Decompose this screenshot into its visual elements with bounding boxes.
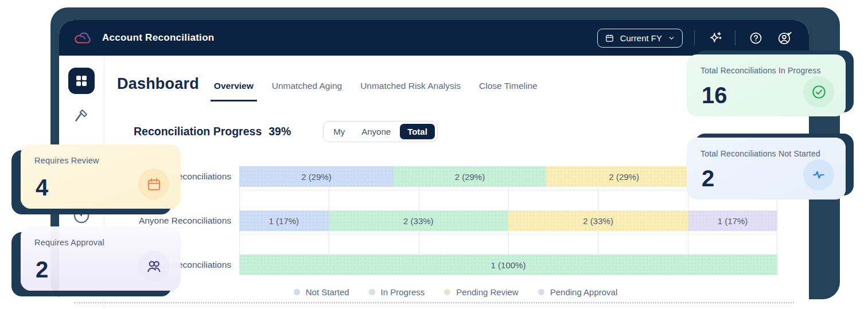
progress-percent: 39%: [268, 125, 291, 138]
chart-row-anyone: Anyone Reconciliations 1 (17%) 2 (33%) 2…: [134, 207, 777, 251]
progress-title: Reconciliation Progress39%: [134, 125, 291, 138]
chart-row-my: My Reconciliations 2 (29%) 2 (29%) 2 (29…: [134, 163, 777, 207]
toggle-option-total[interactable]: Total: [400, 124, 435, 139]
toggle-option-anyone[interactable]: Anyone: [354, 124, 398, 139]
sidebar-item-dashboard[interactable]: [68, 68, 95, 94]
chart-row-total: Total Reconciliations 1 (100%): [134, 251, 777, 295]
check-circle-icon: [803, 76, 834, 107]
account-verified-icon[interactable]: [776, 29, 793, 46]
segment-pending-review[interactable]: 2 (33%): [508, 210, 688, 231]
segment-pending-approval[interactable]: 1 (17%): [688, 210, 777, 231]
tab-close-timeline[interactable]: Close Timeline: [479, 81, 538, 93]
segment-not-started[interactable]: 1 (17%): [239, 210, 329, 231]
kpi-label: Total Reconciliations Not Started: [700, 149, 832, 158]
kpi-card-total-in-progress[interactable]: Total Reconciliations In Progress 16: [687, 54, 846, 116]
kpi-label: Requires Approval: [34, 238, 167, 247]
segment-not-started[interactable]: 2 (29%): [239, 166, 394, 187]
tab-unmatched-aging[interactable]: Unmatched Aging: [272, 81, 342, 93]
bar-track: 1 (100%): [239, 255, 777, 275]
chevron-down-icon: [668, 34, 675, 42]
ai-sparkle-icon[interactable]: [706, 29, 723, 46]
kpi-card-requires-review[interactable]: Requires Review 4: [21, 144, 181, 209]
page-title: Dashboard: [117, 75, 199, 93]
kpi-value: 4: [36, 175, 48, 201]
scope-toggle: My Anyone Total: [323, 121, 438, 142]
screen: Account Reconciliation Current FY: [0, 0, 868, 309]
activity-icon: [803, 159, 834, 190]
tab-unmatched-risk-analysis[interactable]: Unmatched Risk Analysis: [360, 81, 461, 93]
segment-in-progress[interactable]: 2 (33%): [329, 210, 508, 231]
segment-pending-review[interactable]: 2 (29%): [546, 166, 702, 187]
header-actions: Current FY: [597, 29, 793, 48]
reconciliation-progress-chart: My Reconciliations 2 (29%) 2 (29%) 2 (29…: [134, 163, 777, 295]
bar-track: 1 (17%) 2 (33%) 2 (33%) 1 (17%): [239, 210, 777, 231]
toggle-option-my[interactable]: My: [326, 124, 352, 139]
help-icon[interactable]: [747, 29, 764, 46]
kpi-label: Total Reconciliations In Progress: [700, 66, 832, 75]
progress-row: Reconciliation Progress39% My Anyone Tot…: [134, 121, 438, 142]
sidebar-item-reports[interactable]: [72, 206, 91, 225]
calendar-icon: [138, 169, 169, 200]
fiscal-year-label: Current FY: [620, 33, 662, 43]
kpi-value: 2: [702, 166, 714, 191]
dashboard-head: Dashboard Overview Unmatched Aging Unmat…: [117, 75, 538, 93]
app-title: Account Reconciliation: [102, 32, 215, 44]
segment-in-progress[interactable]: 1 (100%): [239, 255, 777, 275]
kpi-value: 16: [702, 83, 727, 108]
kpi-value: 2: [36, 257, 48, 283]
segment-in-progress[interactable]: 2 (29%): [394, 166, 546, 187]
progress-title-text: Reconciliation Progress: [134, 125, 262, 138]
dotted-divider: [74, 302, 794, 303]
tab-overview[interactable]: Overview: [214, 81, 254, 93]
kpi-label: Requires Review: [34, 156, 167, 165]
people-icon: [138, 251, 169, 281]
pie-chart-icon: [72, 206, 91, 225]
fiscal-year-dropdown[interactable]: Current FY: [597, 29, 683, 48]
kpi-card-requires-approval[interactable]: Requires Approval 2: [21, 226, 181, 291]
kpi-card-total-not-started[interactable]: Total Reconciliations Not Started 2: [687, 138, 846, 200]
dashboard-grid-icon: [76, 75, 87, 87]
calendar-icon: [605, 33, 614, 43]
tab-bar: Overview Unmatched Aging Unmatched Risk …: [214, 81, 538, 93]
header-divider: [735, 30, 735, 45]
gavel-icon: [73, 107, 90, 124]
app-header: Account Reconciliation Current FY: [59, 20, 809, 56]
sidebar-item-matching[interactable]: [73, 107, 90, 124]
header-divider: [694, 30, 695, 45]
app-logo-cloud-icon[interactable]: [73, 30, 94, 46]
